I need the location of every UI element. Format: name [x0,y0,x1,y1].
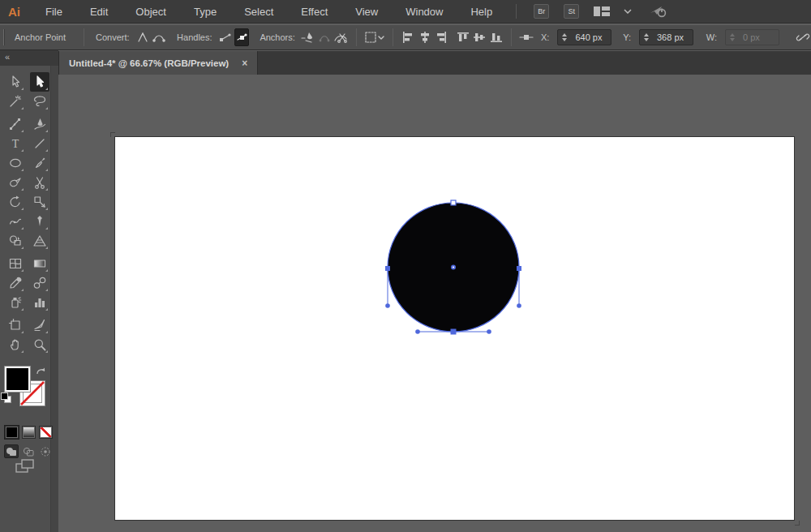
x-stepper[interactable] [558,33,570,41]
menu-type[interactable]: Type [180,6,230,18]
draw-normal-button[interactable] [4,444,19,458]
handle-endpoint[interactable] [487,329,491,334]
none-button[interactable] [39,426,53,439]
selection-tool[interactable] [6,72,25,92]
slice-tool[interactable] [30,315,49,335]
separator [393,28,393,46]
y-stepper[interactable] [640,33,652,41]
show-handles-button[interactable] [234,28,250,46]
bridge-button[interactable]: Br [534,4,549,19]
scale-tool[interactable] [30,192,49,212]
align-v-center-button[interactable] [472,28,487,46]
chevron-down-icon[interactable] [624,9,632,14]
align-right-button[interactable] [434,28,448,46]
y-value[interactable]: 368 px [652,32,684,42]
workspace-switcher-icon[interactable] [593,6,611,17]
artboard-corner-mark [795,521,800,526]
line-segment-tool[interactable] [30,134,49,153]
center-point-dot [453,266,454,268]
handle-endpoint[interactable] [517,303,521,308]
artboard-tool[interactable] [6,315,25,335]
screen-mode-button[interactable] [15,458,36,478]
rotate-tool[interactable] [6,192,25,212]
artboard[interactable] [115,137,794,520]
x-label: X: [541,32,549,42]
column-graph-tool[interactable] [30,293,49,312]
align-left-button[interactable] [401,28,415,46]
app-logo: Ai [8,5,20,19]
tools-panel: « T [0,51,58,532]
tab-close-button[interactable]: × [242,58,247,69]
collapse-panel-button[interactable]: « [5,52,9,62]
y-field[interactable]: 368 px [639,29,693,45]
menu-window[interactable]: Window [392,6,457,18]
selected-ellipse-graphic[interactable] [115,137,794,520]
hide-handles-button[interactable] [218,28,233,46]
color-button[interactable] [5,426,19,439]
menu-select[interactable]: Select [230,6,287,18]
align-h-center-button[interactable] [417,28,431,46]
pen-tool[interactable] [6,114,25,134]
convert-to-corner-button[interactable] [135,28,150,46]
eyedropper-tool[interactable] [6,273,25,293]
shape-builder-tool[interactable] [6,231,25,251]
appearance-buttons [5,426,53,439]
cs-live-icon[interactable] [650,4,669,19]
lasso-tool[interactable] [30,92,49,111]
menu-effect[interactable]: Effect [287,6,341,18]
handle-display-icon[interactable] [519,28,534,46]
x-value[interactable]: 640 px [570,32,602,42]
align-bottom-button[interactable] [489,28,504,46]
ellipse-tool[interactable] [6,153,25,173]
y-label: Y: [623,32,631,42]
artboard-options-dropdown[interactable] [364,28,386,46]
curvature-tool[interactable] [30,114,49,134]
type-tool[interactable]: T [6,134,25,153]
hand-tool[interactable] [6,335,25,354]
menu-help[interactable]: Help [457,6,506,18]
left-anchor-point[interactable] [385,266,390,271]
stock-button[interactable]: St [564,4,579,19]
scissors-tool[interactable] [30,173,49,192]
document-tab[interactable]: Untitled-4* @ 66.67% (RGB/Preview) × [58,51,258,75]
separator [511,28,512,46]
symbol-sprayer-tool[interactable] [6,293,25,312]
paintbrush-tool[interactable] [30,153,49,173]
perspective-grid-tool[interactable] [30,231,49,251]
top-anchor-point[interactable] [451,200,456,205]
connect-endpoints-button[interactable] [317,28,332,46]
w-stepper [726,33,738,41]
draw-inside-button[interactable] [38,444,53,458]
handle-endpoint[interactable] [385,303,390,308]
x-field[interactable]: 640 px [557,29,611,45]
menu-edit[interactable]: Edit [76,6,122,18]
draw-behind-button[interactable] [21,444,36,458]
tools-panel-header[interactable]: « [0,50,58,66]
canvas-pasteboard[interactable] [58,75,811,532]
align-top-button[interactable] [456,28,470,46]
zoom-tool[interactable] [30,335,49,354]
handle-endpoint[interactable] [415,329,420,334]
menu-file[interactable]: File [32,6,76,18]
blend-tool[interactable] [30,273,49,293]
direct-selection-tool[interactable] [30,72,49,92]
gradient-tool[interactable] [30,254,49,273]
menu-view[interactable]: View [341,6,392,18]
gradient-button[interactable] [22,426,36,439]
remove-anchors-button[interactable] [301,28,315,46]
fill-swatch-black[interactable] [4,366,31,393]
magic-wand-tool[interactable] [6,92,25,111]
panel-grip[interactable] [3,29,5,45]
puppet-warp-tool[interactable] [30,212,49,231]
pencil-tool[interactable] [6,173,25,192]
menu-object[interactable]: Object [122,6,180,18]
width-tool[interactable] [6,212,25,231]
swap-fill-stroke-icon[interactable] [36,366,47,380]
bottom-anchor-point-selected[interactable] [451,329,457,335]
convert-to-smooth-button[interactable] [152,28,166,46]
mesh-tool[interactable] [6,254,25,273]
link-dimensions-icon[interactable] [796,28,810,46]
cut-path-button[interactable] [333,28,348,46]
right-anchor-point[interactable] [517,266,521,271]
default-fill-stroke-icon[interactable] [1,393,12,404]
